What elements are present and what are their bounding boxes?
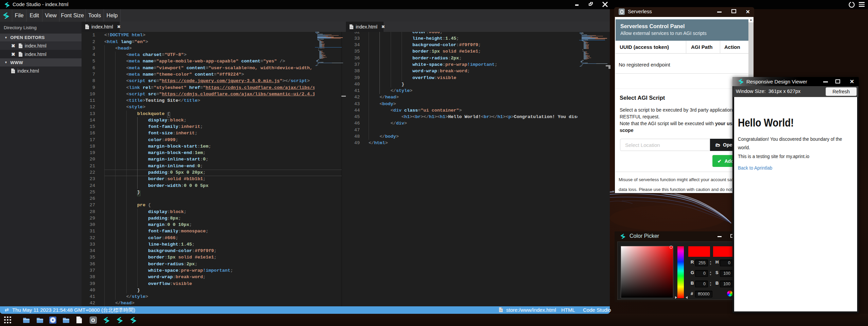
svg-text:<>: <> (86, 26, 89, 28)
svg-text:<>: <> (19, 45, 22, 47)
svg-text:<>: <> (12, 71, 15, 73)
svg-text:<>: <> (500, 309, 502, 311)
svg-text:<>: <> (19, 54, 22, 56)
svg-text:<>: <> (350, 26, 353, 28)
